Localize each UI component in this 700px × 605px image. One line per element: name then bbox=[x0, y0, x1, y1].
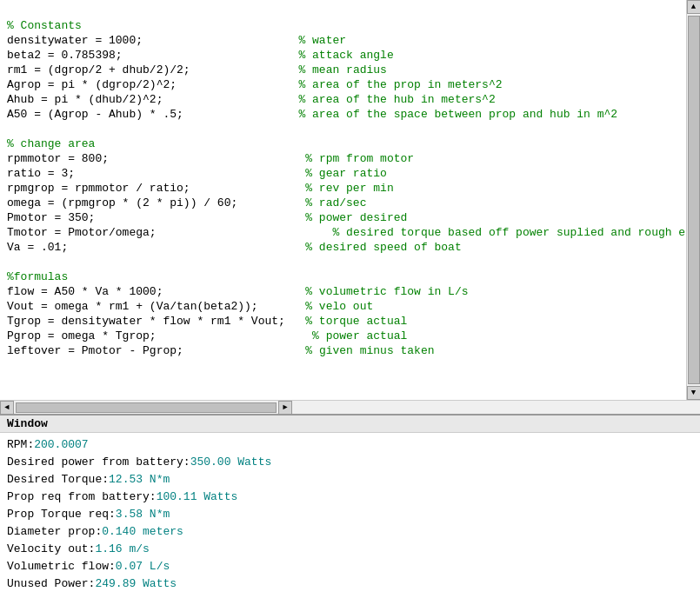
output-diameter: Diameter prop: 0.140 meters bbox=[7, 523, 693, 541]
code-line-6: Ahub = pi * (dhub/2)^2; % area of the hu… bbox=[7, 93, 496, 106]
horizontal-scrollbar[interactable]: ◄ ► bbox=[0, 401, 700, 415]
output-prop-req: Prop req from battery: 100.11 Watts bbox=[7, 489, 693, 506]
output-prop-torque: Prop Torque req: 3.58 N*m bbox=[7, 506, 693, 523]
code-line-16: Va = .01; % desired speed of boat bbox=[7, 241, 462, 254]
scroll-thumb-h[interactable] bbox=[16, 402, 277, 413]
desired-torque-label: Desired Torque: bbox=[7, 471, 109, 489]
scroll-left-arrow[interactable]: ◄ bbox=[0, 401, 14, 415]
scroll-thumb-v[interactable] bbox=[688, 16, 700, 384]
vertical-scrollbar[interactable]: ▲ ▼ bbox=[686, 0, 700, 400]
code-line-5: Agrop = pi * (dgrop/2)^2; % area of the … bbox=[7, 78, 503, 91]
code-line-11: ratio = 3; % gear ratio bbox=[7, 167, 387, 180]
output-desired-power: Desired power from battery: 350.00 Watts bbox=[7, 454, 693, 471]
horizontal-scrollbar-area: ◄ ► bbox=[0, 400, 700, 414]
output-desired-torque: Desired Torque: 12.53 N*m bbox=[7, 471, 693, 489]
code-line-7: A50 = (Agrop - Ahub) * .5; % area of the… bbox=[7, 108, 617, 121]
code-line-23: leftover = Pmotor - Pgrop; % given minus… bbox=[7, 344, 435, 357]
prop-req-value: 100.11 Watts bbox=[157, 489, 238, 506]
code-line-18: %formulas bbox=[7, 270, 68, 283]
code-line-21: Tgrop = densitywater * flow * rm1 * Vout… bbox=[7, 315, 407, 328]
code-line-20: Vout = omega * rm1 + (Va/tan(beta2)); % … bbox=[7, 300, 373, 313]
code-content[interactable]: % Constants densitywater = 1000; % water… bbox=[0, 0, 686, 400]
output-unused: Unused Power: 249.89 Watts bbox=[7, 575, 693, 593]
unused-value: 249.89 Watts bbox=[95, 575, 177, 593]
code-line-1: % Constants bbox=[7, 19, 82, 32]
output-volumetric: Volumetric flow: 0.07 L/s bbox=[7, 558, 693, 575]
code-line-13: omega = (rpmgrop * (2 * pi)) / 60; % rad… bbox=[7, 196, 366, 209]
code-line-9: % change area bbox=[7, 137, 95, 150]
code-line-4: rm1 = (dgrop/2 + dhub/2)/2; % mean radiu… bbox=[7, 63, 387, 76]
desired-torque-value: 12.53 N*m bbox=[109, 471, 170, 489]
prop-torque-value: 3.58 N*m bbox=[116, 506, 170, 523]
velocity-value: 1.16 m/s bbox=[95, 541, 149, 558]
scroll-down-arrow[interactable]: ▼ bbox=[687, 386, 701, 400]
code-line-22: Pgrop = omega * Tgrop; % power actual bbox=[7, 329, 407, 342]
rpm-value: 200.0007 bbox=[34, 436, 88, 454]
output-velocity: Velocity out: 1.16 m/s bbox=[7, 541, 693, 558]
prop-req-label: Prop req from battery: bbox=[7, 489, 157, 506]
code-line-15: Tmotor = Pmotor/omega; % desired torque … bbox=[7, 226, 686, 239]
velocity-label: Velocity out: bbox=[7, 541, 95, 558]
desired-power-value: 350.00 Watts bbox=[190, 454, 272, 471]
code-line-2: densitywater = 1000; % water bbox=[7, 34, 346, 47]
prop-torque-label: Prop Torque req: bbox=[7, 506, 116, 523]
unused-label: Unused Power: bbox=[7, 575, 95, 593]
diameter-label: Diameter prop: bbox=[7, 523, 102, 541]
code-line-3: beta2 = 0.785398; % attack angle bbox=[7, 49, 394, 62]
output-rpm: RPM: 200.0007 bbox=[7, 436, 693, 454]
window-output: RPM: 200.0007 Desired power from battery… bbox=[0, 433, 700, 596]
diameter-value: 0.140 meters bbox=[102, 523, 183, 541]
desired-power-label: Desired power from battery: bbox=[7, 454, 190, 471]
code-editor: % Constants densitywater = 1000; % water… bbox=[0, 0, 700, 414]
code-line-10: rpmmotor = 800; % rpm from motor bbox=[7, 152, 414, 165]
scroll-up-arrow[interactable]: ▲ bbox=[687, 0, 701, 14]
code-line-19: flow = A50 * Va * 1000; % volumetric flo… bbox=[7, 285, 469, 298]
rpm-label: RPM: bbox=[7, 436, 34, 454]
code-line-12: rpmgrop = rpmmotor / ratio; % rev per mi… bbox=[7, 182, 394, 195]
code-line-14: Pmotor = 350; % power desired bbox=[7, 211, 407, 224]
volumetric-label: Volumetric flow: bbox=[7, 558, 116, 575]
window-title: Window bbox=[0, 416, 700, 433]
volumetric-value: 0.07 L/s bbox=[116, 558, 170, 575]
window-panel: Window RPM: 200.0007 Desired power from … bbox=[0, 414, 700, 605]
scroll-right-arrow[interactable]: ► bbox=[278, 401, 292, 415]
